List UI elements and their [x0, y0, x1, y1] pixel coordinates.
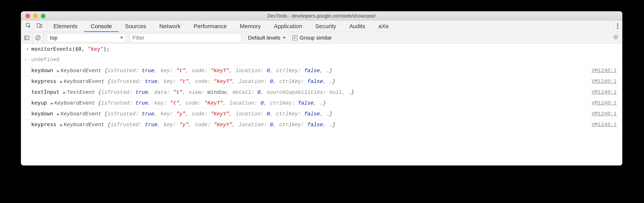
console-toolbar: top Default levels ✓ Group similar: [21, 32, 622, 44]
prompt-caret-icon: ›: [23, 46, 31, 52]
zoom-icon[interactable]: [41, 14, 46, 18]
panel-tabs: ElementsConsoleSourcesNetworkPerformance…: [47, 21, 613, 32]
svg-rect-1: [37, 24, 40, 27]
result-text: undefined: [31, 57, 616, 63]
close-icon[interactable]: [26, 14, 30, 18]
console-log-row[interactable]: .keypress ▶KeyboardEvent {isTrusted: tru…: [21, 76, 622, 87]
console-log-row[interactable]: .keyup ▶KeyboardEvent {isTrusted: true, …: [21, 98, 622, 108]
tab-axe[interactable]: aXe: [372, 21, 395, 32]
tab-application[interactable]: Application: [267, 21, 309, 32]
prompt-text: monitorEvents($0, "key");: [31, 46, 616, 52]
svg-rect-2: [40, 25, 42, 27]
console-log-row[interactable]: .keydown ▶KeyboardEvent {isTrusted: true…: [21, 65, 622, 76]
context-select[interactable]: top: [47, 34, 126, 42]
minimize-icon[interactable]: [33, 14, 38, 18]
devtools-window: DevTools - developers.google.com/web/sho…: [21, 11, 622, 165]
chevron-down-icon: [283, 37, 286, 39]
console-body: › monitorEvents($0, "key"); ‹ · undefine…: [21, 44, 622, 165]
clear-console-icon[interactable]: [32, 32, 44, 43]
tab-network[interactable]: Network: [153, 21, 187, 32]
tab-console[interactable]: Console: [84, 21, 118, 32]
context-value: top: [50, 35, 58, 41]
result-caret-icon: ‹ ·: [23, 57, 31, 63]
source-link[interactable]: VM1240:1: [592, 89, 616, 95]
tab-audits[interactable]: Audits: [343, 21, 372, 32]
toggle-device-icon[interactable]: [37, 23, 42, 30]
window-title: DevTools - developers.google.com/web/sho…: [21, 13, 622, 19]
checkbox-icon: ✓: [292, 35, 297, 40]
log-levels-select[interactable]: Default levels: [248, 35, 286, 41]
traffic-lights: [21, 14, 46, 18]
source-link[interactable]: VM1240:1: [592, 122, 616, 128]
tab-performance[interactable]: Performance: [187, 21, 233, 32]
levels-label: Default levels: [248, 35, 280, 41]
group-similar-checkbox[interactable]: ✓ Group similar: [292, 35, 332, 41]
titlebar: DevTools - developers.google.com/web/sho…: [21, 12, 622, 21]
tab-memory[interactable]: Memory: [233, 21, 267, 32]
source-link[interactable]: VM1240:1: [592, 68, 616, 74]
chevron-down-icon: [120, 37, 123, 39]
panel-tabbar: ElementsConsoleSourcesNetworkPerformance…: [21, 21, 622, 32]
tab-security[interactable]: Security: [309, 21, 343, 32]
show-console-sidebar-icon[interactable]: [21, 32, 32, 43]
tab-sources[interactable]: Sources: [118, 21, 153, 32]
console-log-row[interactable]: .keypress ▶KeyboardEvent {isTrusted: tru…: [21, 119, 622, 130]
source-link[interactable]: VM1240:1: [592, 111, 616, 117]
filter-input[interactable]: [130, 34, 242, 42]
console-log-row[interactable]: .keydown ▶KeyboardEvent {isTrusted: true…: [21, 108, 622, 119]
source-link[interactable]: VM1240:1: [592, 100, 616, 106]
source-link[interactable]: VM1240:1: [592, 79, 616, 84]
console-result-row: ‹ · undefined: [21, 54, 622, 65]
svg-point-5: [615, 36, 616, 38]
console-log-row[interactable]: .textInput ▶TextEvent {isTrusted: true, …: [21, 87, 622, 98]
inspect-element-icon[interactable]: [26, 23, 31, 30]
kebab-menu-icon[interactable]: [617, 23, 618, 29]
tab-elements[interactable]: Elements: [47, 21, 84, 32]
group-similar-label: Group similar: [300, 35, 332, 41]
console-prompt-row[interactable]: › monitorEvents($0, "key");: [21, 44, 622, 54]
settings-gear-icon[interactable]: [613, 34, 619, 42]
